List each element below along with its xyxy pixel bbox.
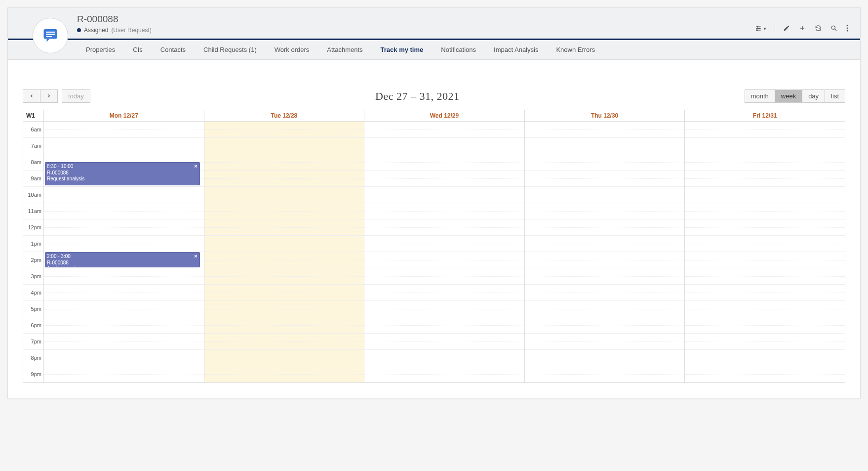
refresh-button[interactable]: [812, 23, 825, 35]
hour-slot[interactable]: [204, 252, 364, 268]
hour-slot[interactable]: [204, 171, 364, 187]
hour-slot[interactable]: [364, 154, 524, 171]
hour-slot[interactable]: [44, 301, 204, 317]
hour-slot[interactable]: [525, 219, 685, 236]
hour-slot[interactable]: [364, 236, 524, 252]
add-button[interactable]: [796, 23, 809, 35]
hour-slot[interactable]: [685, 122, 845, 138]
hour-slot[interactable]: [44, 350, 204, 366]
hour-slot[interactable]: [364, 285, 524, 301]
next-button[interactable]: [40, 89, 58, 103]
tab-work-orders[interactable]: Work orders: [266, 40, 318, 59]
prev-button[interactable]: [23, 89, 40, 103]
hour-slot[interactable]: [685, 285, 845, 301]
hour-slot[interactable]: [204, 187, 364, 203]
hour-slot[interactable]: [525, 317, 685, 334]
hour-slot[interactable]: [525, 350, 685, 366]
hour-slot[interactable]: [204, 203, 364, 219]
filter-dropdown-button[interactable]: ▼: [752, 23, 770, 35]
hour-slot[interactable]: [44, 236, 204, 252]
hour-slot[interactable]: [525, 268, 685, 285]
hour-slot[interactable]: [204, 154, 364, 171]
hour-slot[interactable]: [685, 252, 845, 268]
hour-slot[interactable]: [204, 350, 364, 366]
hour-slot[interactable]: [364, 122, 524, 138]
more-button[interactable]: [843, 23, 851, 35]
hour-slot[interactable]: [685, 301, 845, 317]
hour-slot[interactable]: [364, 187, 524, 203]
hour-slot[interactable]: [364, 138, 524, 154]
hour-slot[interactable]: [525, 252, 685, 268]
hour-slot[interactable]: [364, 350, 524, 366]
hour-slot[interactable]: [204, 236, 364, 252]
hour-slot[interactable]: [364, 334, 524, 350]
hour-slot[interactable]: [525, 187, 685, 203]
hour-slot[interactable]: [204, 138, 364, 154]
hour-slot[interactable]: [525, 334, 685, 350]
hour-slot[interactable]: [44, 219, 204, 236]
tab-contacts[interactable]: Contacts: [152, 40, 195, 59]
hour-slot[interactable]: [685, 138, 845, 154]
day-column[interactable]: [364, 122, 525, 383]
tab-attachments[interactable]: Attachments: [318, 40, 371, 59]
search-button[interactable]: [828, 23, 840, 35]
hour-slot[interactable]: [685, 203, 845, 219]
hour-slot[interactable]: [525, 138, 685, 154]
hour-slot[interactable]: [44, 317, 204, 334]
day-column[interactable]: [204, 122, 365, 383]
hour-slot[interactable]: [204, 285, 364, 301]
hour-slot[interactable]: [685, 154, 845, 171]
day-column[interactable]: [525, 122, 685, 383]
hour-slot[interactable]: [204, 268, 364, 285]
close-icon[interactable]: ×: [194, 163, 197, 170]
hour-slot[interactable]: [204, 122, 364, 138]
hour-slot[interactable]: [364, 301, 524, 317]
close-icon[interactable]: ×: [194, 253, 197, 260]
view-day-button[interactable]: day: [802, 89, 825, 103]
hour-slot[interactable]: [685, 219, 845, 236]
hour-slot[interactable]: [525, 122, 685, 138]
tab-child-requests-1-[interactable]: Child Requests (1): [195, 40, 266, 59]
hour-slot[interactable]: [525, 366, 685, 383]
hour-slot[interactable]: [44, 285, 204, 301]
tab-track-my-time[interactable]: Track my time: [372, 40, 433, 59]
hour-slot[interactable]: [44, 122, 204, 138]
today-button[interactable]: today: [62, 89, 90, 103]
hour-slot[interactable]: [364, 268, 524, 285]
hour-slot[interactable]: [685, 350, 845, 366]
hour-slot[interactable]: [44, 366, 204, 383]
hour-slot[interactable]: [204, 334, 364, 350]
hour-slot[interactable]: [525, 285, 685, 301]
hour-slot[interactable]: [364, 171, 524, 187]
hour-slot[interactable]: [525, 203, 685, 219]
hour-slot[interactable]: [364, 252, 524, 268]
day-column[interactable]: [685, 122, 845, 383]
hour-slot[interactable]: [44, 138, 204, 154]
hour-slot[interactable]: [685, 317, 845, 334]
hour-slot[interactable]: [364, 366, 524, 383]
edit-button[interactable]: [780, 23, 793, 35]
hour-slot[interactable]: [525, 171, 685, 187]
hour-slot[interactable]: [364, 317, 524, 334]
tab-cis[interactable]: CIs: [124, 40, 152, 59]
hour-slot[interactable]: [204, 301, 364, 317]
hour-slot[interactable]: [204, 317, 364, 334]
hour-slot[interactable]: [204, 366, 364, 383]
hour-slot[interactable]: [364, 219, 524, 236]
day-column[interactable]: ×8:30 - 10:00R-000088Request analysis×2:…: [44, 122, 204, 383]
view-month-button[interactable]: month: [745, 89, 775, 103]
hour-slot[interactable]: [204, 219, 364, 236]
hour-slot[interactable]: [44, 203, 204, 219]
tab-properties[interactable]: Properties: [77, 40, 124, 59]
hour-slot[interactable]: [685, 334, 845, 350]
hour-slot[interactable]: [44, 334, 204, 350]
calendar-event[interactable]: ×8:30 - 10:00R-000088Request analysis: [45, 162, 200, 185]
tab-impact-analysis[interactable]: Impact Analysis: [485, 40, 547, 59]
tab-notifications[interactable]: Notifications: [432, 40, 485, 59]
hour-slot[interactable]: [685, 366, 845, 383]
view-list-button[interactable]: list: [825, 89, 845, 103]
hour-slot[interactable]: [44, 187, 204, 203]
tab-known-errors[interactable]: Known Errors: [547, 40, 604, 59]
calendar-event[interactable]: ×2:00 - 3:00R-000088Analyse customer ans…: [45, 252, 200, 267]
hour-slot[interactable]: [685, 171, 845, 187]
